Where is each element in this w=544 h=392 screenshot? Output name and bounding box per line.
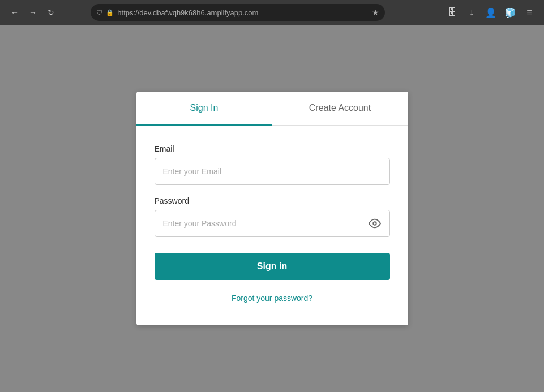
password-label: Password (155, 196, 390, 205)
url-domain: dev.dbafwqh9k68h6.amplifyapp.com (139, 8, 258, 17)
password-field-group: Password (155, 196, 390, 237)
password-input-wrapper (155, 210, 390, 237)
bookmark-icon[interactable]: ★ (372, 8, 379, 17)
download-icon[interactable]: ↓ (464, 5, 479, 20)
sign-in-button[interactable]: Sign in (155, 253, 390, 280)
auth-card: Sign In Create Account Email Password (136, 92, 408, 325)
email-input-wrapper (155, 158, 390, 185)
auth-form: Email Password Sign in (136, 126, 408, 325)
svg-point-0 (373, 222, 376, 225)
page-background: Sign In Create Account Email Password (0, 25, 544, 392)
pocket-icon[interactable]: 🗄 (444, 5, 460, 20)
forgot-password-link[interactable]: Forgot your password? (155, 294, 390, 303)
url-text: https://dev.dbafwqh9k68h6.amplifyapp.com (117, 8, 369, 17)
address-bar[interactable]: 🛡 🔒 https://dev.dbafwqh9k68h6.amplifyapp… (91, 4, 385, 21)
url-prefix: https:// (117, 8, 139, 17)
browser-chrome: ← → ↻ 🛡 🔒 https://dev.dbafwqh9k68h6.ampl… (0, 0, 544, 25)
toolbar-right: 🗄 ↓ 👤 🧊 ≡ (444, 5, 537, 20)
password-input[interactable] (155, 210, 390, 237)
reload-button[interactable]: ↻ (43, 5, 59, 20)
tab-create-account[interactable]: Create Account (272, 92, 408, 126)
toggle-password-button[interactable] (366, 215, 383, 232)
email-label: Email (155, 144, 390, 153)
email-field-group: Email (155, 144, 390, 185)
email-input[interactable] (155, 158, 390, 185)
profile-icon[interactable]: 👤 (483, 5, 499, 20)
tab-sign-in[interactable]: Sign In (136, 92, 272, 126)
extensions-icon[interactable]: 🧊 (502, 5, 518, 20)
back-button[interactable]: ← (7, 5, 23, 20)
forward-button[interactable]: → (25, 5, 41, 20)
menu-icon[interactable]: ≡ (521, 5, 537, 20)
eye-icon (369, 217, 381, 230)
auth-tabs: Sign In Create Account (136, 92, 408, 126)
lock-icon: 🔒 (106, 9, 114, 16)
shield-icon: 🛡 (96, 9, 102, 16)
nav-buttons: ← → ↻ (7, 5, 59, 20)
